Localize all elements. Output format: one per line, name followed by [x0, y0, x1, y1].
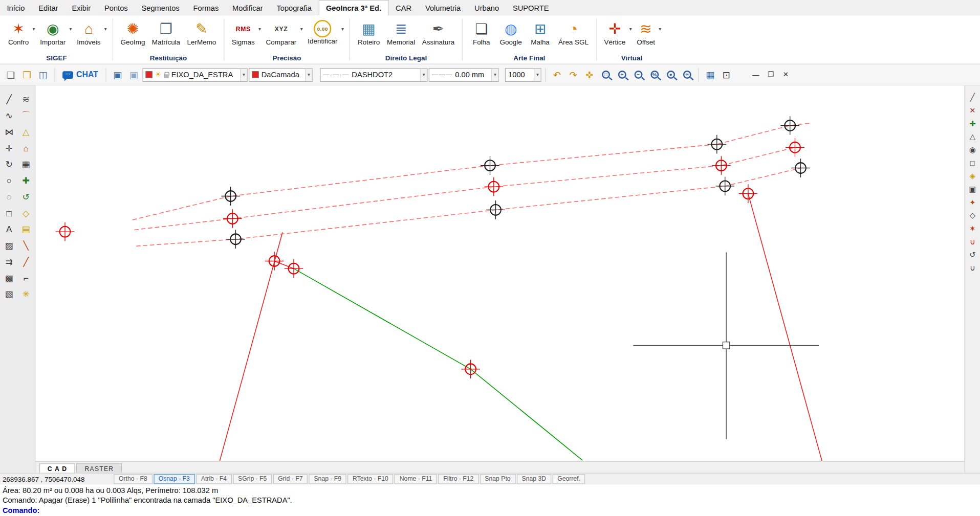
- status-toggle-snap-3d[interactable]: Snap 3D: [517, 474, 551, 484]
- vertex-marker[interactable]: [486, 200, 505, 219]
- menu-tab-topografia[interactable]: Topografia: [270, 0, 318, 16]
- status-toggle-ortho-f8[interactable]: Ortho - F8: [114, 474, 152, 484]
- triangle-marker-tool[interactable]: △: [966, 131, 978, 142]
- drawing-canvas[interactable]: C A D RASTER: [36, 85, 965, 473]
- vertex-marker[interactable]: [786, 138, 804, 157]
- measure-tool[interactable]: ╲: [18, 237, 34, 253]
- vertice-dropdown-arrow-icon[interactable]: ▾: [629, 26, 632, 32]
- status-toggle-sgrip-f5[interactable]: SGrip - F5: [233, 474, 272, 484]
- ribbon-button-roteiro[interactable]: ▦Roteiro: [355, 17, 383, 53]
- ribbon-button-confro[interactable]: ✶Confro▾: [5, 17, 36, 53]
- vertex-marker[interactable]: [226, 230, 245, 249]
- polyline-tool[interactable]: ∿: [1, 107, 17, 123]
- linetype-combo-arrow[interactable]: ▾: [420, 69, 427, 81]
- star-tool[interactable]: ✳: [18, 286, 34, 302]
- sigmas-dropdown-arrow-icon[interactable]: ▾: [258, 26, 261, 32]
- ellipse-tool[interactable]: ◌: [1, 189, 17, 205]
- green-polyline[interactable]: [294, 268, 582, 460]
- refresh-tool[interactable]: ↺: [18, 189, 34, 205]
- ribbon-button-offset[interactable]: ≋Offset▾: [634, 17, 662, 53]
- boundary-connector[interactable]: [274, 261, 294, 269]
- status-toggle-snap-pto[interactable]: Snap Pto: [480, 474, 516, 484]
- comparar-dropdown-arrow-icon[interactable]: ▾: [300, 26, 303, 32]
- u-red-tool[interactable]: ∪: [966, 236, 978, 247]
- vertex-marker[interactable]: [485, 177, 504, 196]
- layer-manager-button[interactable]: ▣: [110, 67, 125, 82]
- ribbon-button-lermemo[interactable]: ✎LerMemo: [184, 17, 219, 53]
- move-tool[interactable]: ✛: [1, 140, 17, 156]
- layer-lock-icon[interactable]: [164, 74, 169, 78]
- layer-on-icon[interactable]: ☀: [155, 71, 161, 78]
- menu-tab-formas[interactable]: Formas: [186, 0, 226, 16]
- block-tool[interactable]: ▣: [966, 184, 978, 194]
- vertex-marker[interactable]: [481, 156, 499, 175]
- vertex-marker[interactable]: [285, 259, 303, 278]
- status-toggle-georref[interactable]: Georref.: [552, 474, 585, 484]
- text-tool[interactable]: A: [1, 221, 17, 237]
- line-tool[interactable]: ╱: [1, 91, 17, 107]
- save-file-button[interactable]: ◫: [36, 67, 51, 82]
- layer-states-button[interactable]: ▣: [126, 67, 141, 82]
- vertex-marker[interactable]: [791, 159, 810, 177]
- ribbon-button-assinatura[interactable]: ✒Assinatura: [419, 17, 458, 53]
- sketch-tool[interactable]: ╱: [966, 92, 978, 103]
- open-folder-button[interactable]: ❒: [19, 67, 34, 82]
- imoveis-dropdown-arrow-icon[interactable]: ▾: [104, 26, 107, 32]
- rectangle-tool[interactable]: □: [1, 205, 17, 221]
- ribbon-button-matricula[interactable]: ❐Matrícula: [149, 17, 183, 53]
- pan-button[interactable]: ✜: [582, 67, 597, 82]
- multiline-tool[interactable]: ≋: [18, 91, 34, 107]
- menu-tab-volumetria[interactable]: Volumetria: [418, 0, 467, 16]
- delete-vertex-tool[interactable]: ✕: [966, 105, 978, 116]
- redo-button[interactable]: ↷: [565, 67, 580, 82]
- target-tool[interactable]: ◉: [966, 144, 978, 155]
- zoom-in-button[interactable]: +: [615, 67, 629, 82]
- road-axis-line-1[interactable]: [133, 123, 811, 220]
- ribbon-button-folha[interactable]: ❏Folha: [467, 17, 496, 53]
- ribbon-button-importar[interactable]: ◉Importar▾: [37, 17, 73, 53]
- zoom-extents-button[interactable]: ✳: [680, 67, 694, 82]
- ribbon-button-identificar[interactable]: 0.00Identificar▾: [304, 17, 345, 53]
- lineweight-combo-arrow[interactable]: ▾: [491, 69, 498, 81]
- zoom-window-button[interactable]: □: [598, 67, 613, 82]
- triangle-tool[interactable]: △: [18, 124, 34, 140]
- status-toggle-filtro-f12[interactable]: Filtro - F12: [439, 474, 479, 484]
- spark-tool[interactable]: ✦: [966, 197, 978, 208]
- corner-tool[interactable]: ⌐: [18, 270, 34, 286]
- boundary-line-right[interactable]: [748, 194, 826, 461]
- menu-tab-modificar[interactable]: Modificar: [226, 0, 270, 16]
- vertex-marker[interactable]: [56, 222, 75, 241]
- ribbon-button-comparar[interactable]: XYZComparar▾: [263, 17, 303, 53]
- rotate-tool[interactable]: ↻: [1, 156, 17, 172]
- status-toggle-rtexto-f10[interactable]: RTexto - F10: [347, 474, 393, 484]
- command-prompt[interactable]: Comando:: [3, 505, 977, 515]
- rotate-ccw-tool[interactable]: ↺: [966, 249, 978, 260]
- ribbon-button-memorial[interactable]: ≣Memorial: [384, 17, 418, 53]
- slash-tool[interactable]: ╱: [18, 254, 34, 270]
- vertex-marker[interactable]: [712, 156, 731, 175]
- layer-combo-arrow[interactable]: ▾: [240, 69, 247, 81]
- ribbon-button-geoimg[interactable]: ✺GeoImg: [117, 17, 148, 53]
- u-dark-tool[interactable]: ∪: [966, 262, 978, 273]
- menu-tab-segmentos[interactable]: Segmentos: [135, 0, 186, 16]
- mirror-tool[interactable]: ⋈: [1, 124, 17, 140]
- full-extent-button[interactable]: ⊡: [719, 67, 734, 82]
- grid-hatch-tool[interactable]: ▩: [1, 270, 17, 286]
- status-toggle-snap-f9[interactable]: Snap - F9: [309, 474, 346, 484]
- zoom-scale-button[interactable]: %: [647, 67, 662, 82]
- ribbon-button-malha[interactable]: ⊞Malha: [526, 17, 554, 53]
- menu-tab-editar[interactable]: Editar: [32, 0, 65, 16]
- ribbon-button-imoveis[interactable]: ⌂Imóveis▾: [74, 17, 108, 53]
- array-tool[interactable]: ▦: [18, 156, 34, 172]
- scale-combo[interactable]: 1000 ▾: [505, 68, 541, 82]
- polygon-tool[interactable]: ◇: [18, 205, 34, 221]
- add-point-tool[interactable]: ✚: [18, 172, 34, 188]
- color-combo[interactable]: DaCamada ▾: [249, 68, 313, 82]
- linetype-combo[interactable]: —·—·— DASHDOT2 ▾: [320, 68, 427, 82]
- vertex-marker[interactable]: [708, 135, 727, 154]
- tab-cad[interactable]: C A D: [39, 463, 75, 473]
- square-tool[interactable]: □: [966, 158, 978, 168]
- confro-dropdown-arrow-icon[interactable]: ▾: [33, 26, 35, 32]
- status-toggle-nome-f11[interactable]: Nome - F11: [395, 474, 437, 484]
- ribbon-button-area-sgl[interactable]: ◔Área SGL: [555, 17, 592, 53]
